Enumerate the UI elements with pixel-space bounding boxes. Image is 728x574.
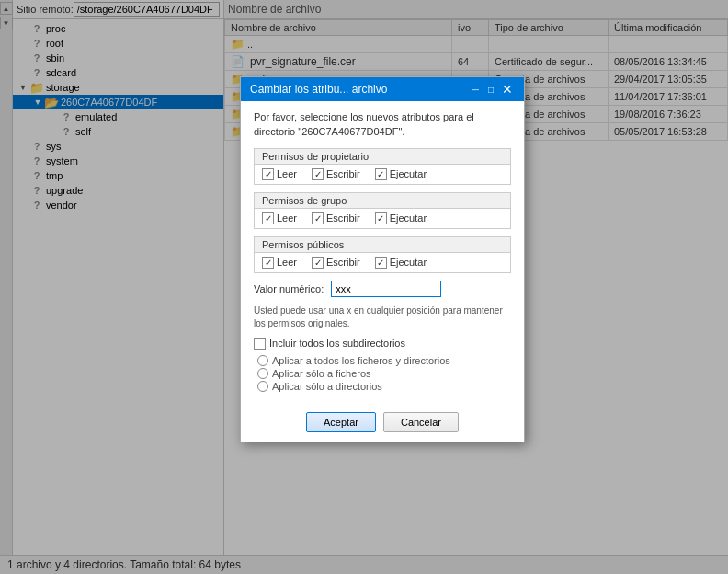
public-write-checkbox[interactable] (312, 257, 324, 269)
dialog: Cambiar los atribu... archivo ─ □ ✕ Por … (240, 76, 525, 442)
minimize-icon[interactable]: ─ (470, 85, 482, 95)
owner-permissions-section: Permisos de propietario Leer Escribir Ej… (254, 148, 511, 185)
radio-btn-dirs[interactable] (257, 381, 268, 392)
radio-label-all: Aplicar a todos los ficheros y directori… (272, 355, 450, 366)
radio-item-files: Aplicar sólo a ficheros (257, 368, 511, 379)
incluir-label: Incluir todos los subdirectorios (269, 338, 405, 349)
incluir-checkbox[interactable] (254, 338, 266, 350)
dialog-title: Cambiar los atribu... archivo (250, 83, 387, 96)
radio-item-all: Aplicar a todos los ficheros y directori… (257, 355, 511, 366)
group-read-label: Leer (277, 212, 297, 224)
dialog-description: Por favor, seleccione los nuevos atribut… (254, 110, 511, 139)
close-icon[interactable]: ✕ (500, 83, 515, 96)
radio-btn-files[interactable] (257, 368, 268, 379)
public-permissions-section: Permisos públicos Leer Escribir Ejecutar (254, 236, 511, 273)
owner-read-checkbox[interactable] (262, 168, 274, 180)
radio-item-dirs: Aplicar sólo a directorios (257, 381, 511, 392)
group-write-item: Escribir (312, 212, 360, 224)
public-read-label: Leer (277, 257, 297, 268)
group-permissions-section: Permisos de grupo Leer Escribir Ejecutar (254, 192, 511, 229)
group-read-item: Leer (262, 212, 297, 224)
accept-button[interactable]: Aceptar (306, 412, 376, 432)
valor-row: Valor numérico: (254, 281, 511, 297)
owner-exec-checkbox[interactable] (375, 168, 387, 180)
public-write-label: Escribir (326, 257, 360, 268)
group-write-label: Escribir (326, 212, 360, 224)
group-perm-row: Leer Escribir Ejecutar (255, 209, 510, 228)
public-exec-label: Ejecutar (390, 257, 427, 268)
public-exec-checkbox[interactable] (375, 257, 387, 269)
modal-overlay: Cambiar los atribu... archivo ─ □ ✕ Por … (0, 0, 728, 574)
dialog-body: Por favor, seleccione los nuevos atribut… (241, 101, 524, 408)
owner-read-item: Leer (262, 168, 297, 180)
radio-label-dirs: Aplicar sólo a directorios (272, 381, 382, 392)
hint-text: Usted puede usar una x en cualquier posi… (254, 304, 511, 330)
public-exec-item: Ejecutar (375, 257, 427, 269)
public-section-title: Permisos públicos (255, 237, 510, 253)
radio-btn-all[interactable] (257, 355, 268, 366)
public-write-item: Escribir (312, 257, 360, 269)
valor-input[interactable] (331, 281, 441, 297)
maximize-icon[interactable]: □ (485, 85, 496, 95)
incluir-row: Incluir todos los subdirectorios (254, 338, 511, 350)
owner-write-label: Escribir (326, 168, 360, 179)
group-section-title: Permisos de grupo (255, 193, 510, 209)
public-read-checkbox[interactable] (262, 257, 274, 269)
group-exec-checkbox[interactable] (375, 212, 387, 224)
dialog-buttons: Aceptar Cancelar (241, 408, 524, 442)
owner-exec-item: Ejecutar (375, 168, 427, 180)
owner-exec-label: Ejecutar (390, 168, 427, 179)
public-read-item: Leer (262, 257, 297, 269)
valor-label: Valor numérico: (254, 283, 324, 294)
dialog-titlebar: Cambiar los atribu... archivo ─ □ ✕ (241, 77, 524, 101)
owner-read-label: Leer (277, 168, 297, 179)
owner-write-checkbox[interactable] (312, 168, 324, 180)
group-exec-item: Ejecutar (375, 212, 427, 224)
titlebar-icons: ─ □ ✕ (470, 83, 515, 96)
radio-label-files: Aplicar sólo a ficheros (272, 368, 371, 379)
owner-perm-row: Leer Escribir Ejecutar (255, 165, 510, 184)
owner-write-item: Escribir (312, 168, 360, 180)
cancel-button[interactable]: Cancelar (383, 412, 459, 432)
radio-group: Aplicar a todos los ficheros y directori… (257, 355, 511, 392)
group-read-checkbox[interactable] (262, 212, 274, 224)
public-perm-row: Leer Escribir Ejecutar (255, 253, 510, 272)
owner-section-title: Permisos de propietario (255, 149, 510, 165)
group-exec-label: Ejecutar (390, 212, 427, 224)
group-write-checkbox[interactable] (312, 212, 324, 224)
